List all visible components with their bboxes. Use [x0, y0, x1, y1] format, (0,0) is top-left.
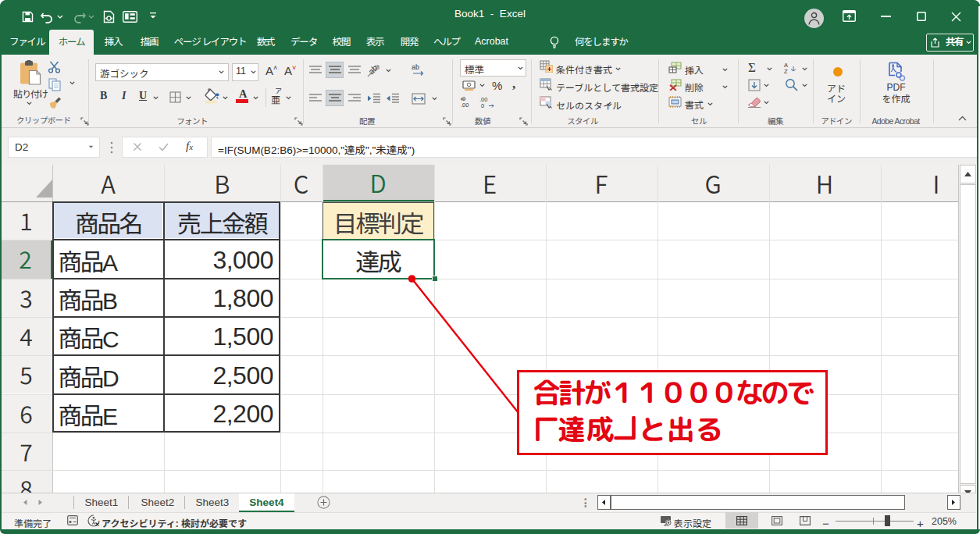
- svg-text:0: 0: [481, 102, 484, 109]
- svg-text:Z: Z: [784, 68, 788, 73]
- svg-text:ab: ab: [412, 63, 419, 71]
- svg-text:ab: ab: [366, 63, 380, 77]
- svg-text:.00: .00: [461, 101, 469, 108]
